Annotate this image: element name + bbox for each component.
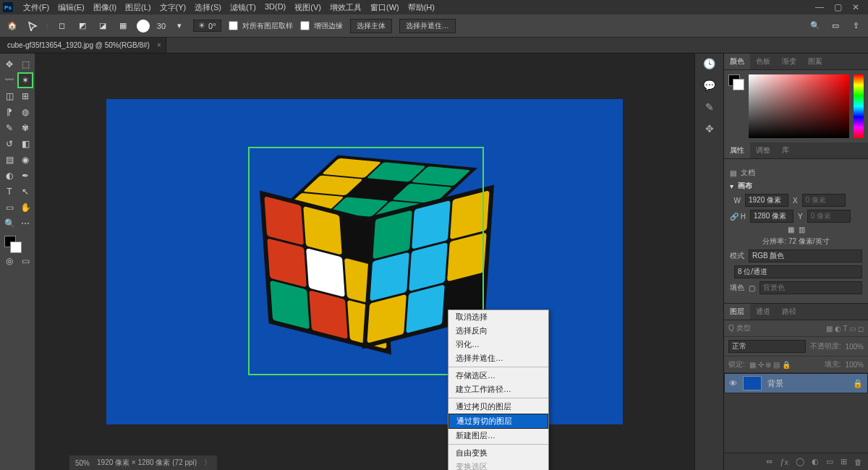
context-menu-item[interactable]: 通过剪切的图层 — [448, 414, 548, 429]
sample-all-layers-checkbox[interactable]: 对所有图层取样 — [229, 21, 293, 31]
tool-preset-icon[interactable] — [26, 20, 39, 33]
move-tool[interactable]: ✥ — [2, 57, 17, 72]
context-menu-item[interactable]: 通过拷贝的图层 — [448, 400, 548, 414]
brush-preview[interactable] — [137, 20, 150, 33]
select-and-mask-button[interactable]: 选择并遮住… — [399, 19, 456, 33]
bit-depth-select[interactable]: 8 位/通道 — [734, 265, 862, 278]
context-menu-item[interactable]: 羽化… — [448, 338, 548, 351]
panel-tab[interactable]: 路径 — [776, 304, 802, 320]
panel-tab[interactable]: 图层 — [724, 304, 750, 320]
menu-item[interactable]: 选择(S) — [190, 0, 226, 15]
context-menu-item[interactable]: 自由变换 — [448, 446, 548, 460]
menu-item[interactable]: 文件(F) — [19, 0, 54, 15]
canvas-area[interactable]: 取消选择选择反向羽化…选择并遮住…存储选区…建立工作路径…通过拷贝的图层通过剪切… — [35, 54, 694, 470]
layer-row[interactable]: 👁 背景 🔒 — [724, 373, 868, 393]
context-menu-item[interactable]: 存储选区… — [448, 369, 548, 383]
context-menu-item[interactable]: 建立工作路径… — [448, 383, 548, 396]
context-menu-item[interactable]: 新建图层… — [448, 429, 548, 443]
eyedropper-tool[interactable]: ⁋ — [2, 105, 17, 119]
visibility-icon[interactable]: 👁 — [729, 379, 737, 388]
layer-thumbnail[interactable] — [743, 376, 762, 390]
panel-tab[interactable]: 属性 — [724, 142, 750, 158]
context-menu-item[interactable]: 选择反向 — [448, 324, 548, 338]
close-tab-icon[interactable]: × — [157, 41, 161, 49]
menu-item[interactable]: 增效工具 — [326, 0, 366, 15]
enhance-edge-checkbox[interactable]: 增强边缘 — [300, 21, 343, 31]
menu-item[interactable]: 图层(L) — [121, 0, 155, 15]
zoom-tool[interactable]: 🔍 — [2, 216, 17, 231]
context-menu-item[interactable]: 选择并遮住… — [448, 351, 548, 365]
quickmask-tool[interactable]: ◎ — [2, 254, 17, 268]
type-tool[interactable]: T — [2, 184, 17, 199]
canvas-width-input[interactable]: 1920 像素 — [745, 194, 788, 207]
panel-tab[interactable]: 图案 — [802, 54, 828, 69]
panel-tab[interactable]: 调整 — [750, 142, 776, 158]
context-menu-item[interactable]: 取消选择 — [448, 310, 548, 324]
color-field[interactable] — [749, 74, 849, 138]
healing-tool[interactable]: ◍ — [18, 105, 33, 119]
brush-panel-icon[interactable]: ✎ — [705, 101, 714, 113]
panel-tab[interactable]: 通道 — [750, 304, 776, 320]
sub-sel-icon[interactable]: ◪ — [96, 20, 109, 33]
menu-item[interactable]: 图像(I) — [89, 0, 121, 15]
delete-layer-icon[interactable]: 🗑 — [854, 458, 862, 466]
menu-item[interactable]: 窗口(W) — [366, 0, 404, 15]
brush-tool[interactable]: ✎ — [2, 121, 17, 135]
lasso-tool[interactable]: 〰 — [2, 73, 17, 87]
adjustment-icon[interactable]: ◐ — [812, 457, 819, 466]
select-subject-button[interactable]: 选择主体 — [350, 19, 392, 33]
blur-tool[interactable]: ◉ — [18, 153, 33, 167]
home-icon[interactable]: 🏠 — [6, 20, 19, 33]
workspace-icon[interactable]: ▭ — [829, 20, 842, 33]
blend-mode-select[interactable]: 正常 — [728, 340, 806, 353]
edit-toolbar[interactable]: ⋯ — [18, 216, 33, 231]
new-sel-icon[interactable]: ◻ — [56, 20, 69, 33]
fg-bg-swatch[interactable] — [728, 74, 744, 90]
menu-item[interactable]: 帮助(H) — [404, 0, 439, 15]
lock-icon[interactable]: 🔒 — [853, 379, 863, 388]
history-icon[interactable]: 🕓 — [703, 58, 715, 69]
int-sel-icon[interactable]: ▦ — [116, 20, 129, 33]
canvas-height-input[interactable]: 1280 像素 — [750, 210, 793, 223]
panel-tab[interactable]: 渐变 — [776, 54, 802, 69]
dodge-tool[interactable]: ◐ — [2, 168, 17, 183]
marquee-tool[interactable]: ⬚ — [18, 57, 33, 72]
comment-icon[interactable]: 💬 — [703, 80, 715, 91]
panel-tab[interactable]: 颜色 — [724, 54, 750, 69]
menu-item[interactable]: 视图(V) — [290, 0, 326, 15]
menu-item[interactable]: 文字(Y) — [156, 0, 191, 15]
hand-tool[interactable]: ✋ — [18, 200, 33, 215]
color-swatches[interactable] — [4, 236, 22, 253]
menu-item[interactable]: 滤镜(T) — [226, 0, 260, 15]
color-mode-select[interactable]: RGB 颜色 — [749, 249, 862, 262]
quick-select-tool[interactable]: ✶ — [18, 73, 33, 87]
clone-panel-icon[interactable]: ✥ — [705, 123, 714, 134]
link-layers-icon[interactable]: ⇔ — [766, 457, 773, 466]
search-icon[interactable]: 🔍 — [809, 20, 822, 33]
shape-tool[interactable]: ▭ — [2, 200, 17, 215]
crop-tool[interactable]: ◫ — [2, 89, 17, 103]
screenmode-tool[interactable]: ▭ — [18, 254, 33, 268]
group-icon[interactable]: ▭ — [826, 457, 833, 466]
angle-input[interactable]: ☀ 0° — [193, 20, 221, 32]
eraser-tool[interactable]: ◧ — [18, 137, 33, 151]
stamp-tool[interactable]: ✾ — [18, 121, 33, 135]
mask-icon[interactable]: ◯ — [796, 457, 804, 466]
layer-name[interactable]: 背景 — [767, 378, 783, 389]
pen-tool[interactable]: ✒ — [18, 168, 33, 183]
panel-tab[interactable]: 库 — [776, 142, 795, 158]
document-tab[interactable]: cube-gf35f13654_1920.jpg @ 50%(RGB/8#)× — [0, 38, 166, 53]
close-icon[interactable]: ✕ — [852, 2, 859, 12]
panel-tab[interactable]: 色板 — [750, 54, 776, 69]
frame-tool[interactable]: ⊞ — [18, 89, 33, 103]
path-tool[interactable]: ↖ — [18, 184, 33, 199]
add-sel-icon[interactable]: ◩ — [76, 20, 89, 33]
gradient-tool[interactable]: ▤ — [2, 153, 17, 167]
maximize-icon[interactable]: ▢ — [834, 2, 842, 12]
menu-item[interactable]: 3D(D) — [260, 0, 290, 15]
hue-slider[interactable] — [854, 74, 864, 138]
history-brush-tool[interactable]: ↺ — [2, 137, 17, 151]
new-layer-icon[interactable]: ⊞ — [841, 457, 847, 466]
menu-item[interactable]: 编辑(E) — [54, 0, 89, 15]
minimize-icon[interactable]: — — [815, 2, 824, 12]
